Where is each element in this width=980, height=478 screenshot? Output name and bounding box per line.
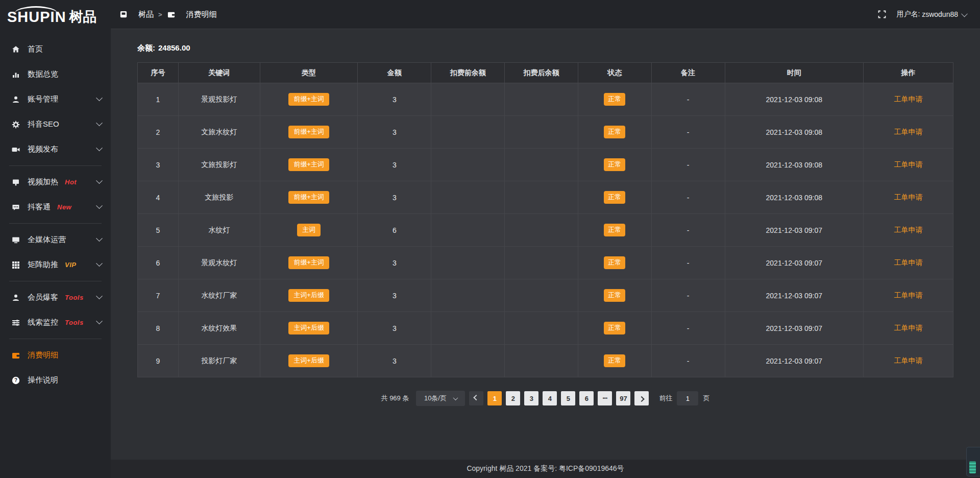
cell-balance-after [505, 279, 578, 312]
cell-action: 工单申请 [864, 83, 953, 116]
username: zswodun88 [922, 10, 958, 18]
sidebar-item-首页[interactable]: 首页 [0, 37, 111, 62]
cell-balance-after [505, 345, 578, 377]
cell-index: 7 [138, 279, 179, 312]
sidebar: SHUPIN 树品 首页数据总览账号管理抖音SEO视频发布视频加热Hot抖客通N… [0, 0, 111, 478]
table-row: 8水纹灯效果主词+后缀3正常-2021-12-03 09:07工单申请 [138, 312, 953, 345]
content: 余额:24856.00 序号关键词类型金额扣费前余额扣费后余额状态备注时间操作 … [111, 29, 980, 460]
cell-remark: - [651, 279, 725, 312]
table-row: 5水纹灯主词6正常-2021-12-03 09:07工单申请 [138, 214, 953, 247]
breadcrumb: 树品 > 消费明细 [119, 10, 217, 19]
ticket-request-link[interactable]: 工单申请 [894, 226, 923, 234]
goto-page-input[interactable]: 1 [677, 391, 698, 405]
cell-action: 工单申请 [864, 312, 953, 345]
cell-remark: - [651, 181, 725, 214]
cell-balance-before [431, 214, 505, 247]
monitor-icon [11, 235, 20, 244]
breadcrumb-item-current[interactable]: 消费明细 [167, 10, 217, 19]
screen-icon [11, 178, 20, 186]
sidebar-item-会员爆客[interactable]: 会员爆客Tools [0, 285, 111, 310]
cell-remark: - [651, 214, 725, 247]
page-button-5[interactable]: 5 [561, 391, 575, 405]
type-badge: 主词+后缀 [288, 289, 329, 302]
type-badge: 前缀+主词 [288, 126, 329, 138]
sidebar-item-label: 线索监控 [28, 318, 58, 327]
more-pages-button[interactable]: ••• [598, 391, 612, 405]
page-button-1[interactable]: 1 [487, 391, 502, 405]
cell-type: 主词 [260, 214, 358, 247]
username-label: 用户名: [896, 10, 920, 19]
logo[interactable]: SHUPIN 树品 [0, 0, 111, 30]
user-icon [11, 95, 20, 104]
cell-remark: - [651, 345, 725, 377]
sidebar-item-操作说明[interactable]: ?操作说明 [0, 368, 111, 393]
sidebar-divider [9, 339, 102, 339]
prev-page-button[interactable] [469, 391, 483, 405]
status-badge: 正常 [604, 256, 625, 269]
goto-label: 前往 [659, 394, 672, 403]
cell-amount: 3 [358, 181, 431, 214]
next-page-button[interactable] [634, 391, 649, 405]
cell-balance-after [505, 116, 578, 149]
ticket-request-link[interactable]: 工单申请 [894, 258, 923, 267]
cell-balance-after [505, 247, 578, 279]
sidebar-item-矩阵助推[interactable]: 矩阵助推VIP [0, 252, 111, 277]
sidebar-item-label: 数据总览 [28, 69, 58, 79]
chevron-down-icon [96, 145, 103, 151]
column-header: 状态 [578, 63, 651, 83]
sidebar-item-label: 抖音SEO [28, 119, 59, 129]
ticket-request-link[interactable]: 工单申请 [894, 324, 923, 332]
cell-keyword: 投影灯厂家 [178, 345, 260, 377]
page-button-4[interactable]: 4 [543, 391, 557, 405]
chevron-down-icon [96, 318, 103, 324]
column-header: 序号 [138, 63, 179, 83]
sidebar-item-视频发布[interactable]: 视频发布 [0, 137, 111, 162]
user-menu[interactable]: 用户名: zswodun88 [896, 10, 967, 19]
cell-type: 主词+后缀 [260, 312, 358, 345]
ticket-request-link[interactable]: 工单申请 [894, 95, 923, 103]
chat-widget[interactable] [966, 447, 980, 476]
cell-index: 8 [138, 312, 179, 345]
cell-amount: 3 [358, 83, 431, 116]
ticket-request-link[interactable]: 工单申请 [894, 128, 923, 136]
page-button-2[interactable]: 2 [506, 391, 520, 405]
breadcrumb-item-root[interactable]: 树品 [119, 10, 154, 19]
column-header: 扣费前余额 [431, 63, 505, 83]
ticket-request-link[interactable]: 工单申请 [894, 356, 923, 365]
sidebar-item-消费明细[interactable]: 消费明细 [0, 343, 111, 368]
ticket-request-link[interactable]: 工单申请 [894, 193, 923, 201]
sidebar-item-线索监控[interactable]: 线索监控Tools [0, 310, 111, 335]
page-button-6[interactable]: 6 [579, 391, 594, 405]
cell-keyword: 文旅投影灯 [178, 149, 260, 181]
cell-index: 3 [138, 149, 179, 181]
sidebar-item-抖音SEO[interactable]: 抖音SEO [0, 112, 111, 137]
fullscreen-icon[interactable] [878, 10, 886, 18]
sidebar-item-全媒体运营[interactable]: 全媒体运营 [0, 227, 111, 252]
cell-keyword: 景观水纹灯 [178, 247, 260, 279]
sidebar-item-账号管理[interactable]: 账号管理 [0, 87, 111, 112]
gear-icon [11, 120, 20, 129]
balance-value: 24856.00 [158, 43, 190, 52]
ticket-request-link[interactable]: 工单申请 [894, 160, 923, 169]
page-button-97[interactable]: 97 [616, 391, 630, 405]
cell-balance-before [431, 149, 505, 181]
cell-status: 正常 [578, 149, 651, 181]
cell-time: 2021-12-03 09:07 [725, 345, 864, 377]
cell-status: 正常 [578, 214, 651, 247]
cell-balance-after [505, 312, 578, 345]
cell-keyword: 文旅水纹灯 [178, 116, 260, 149]
column-header: 金额 [358, 63, 431, 83]
cell-status: 正常 [578, 181, 651, 214]
sidebar-item-视频加热[interactable]: 视频加热Hot [0, 170, 111, 195]
cell-type: 前缀+主词 [260, 83, 358, 116]
page-size-select[interactable]: 10条/页 [416, 391, 465, 406]
page-button-3[interactable]: 3 [524, 391, 538, 405]
sidebar-item-数据总览[interactable]: 数据总览 [0, 62, 111, 87]
ticket-request-link[interactable]: 工单申请 [894, 291, 923, 299]
logo-latin: SHUPIN [7, 10, 66, 25]
cell-keyword: 水纹灯厂家 [178, 279, 260, 312]
cell-balance-after [505, 83, 578, 116]
pagination: 共 969 条 10条/页 123456•••97 前往 1 页 [137, 391, 953, 406]
status-badge: 正常 [604, 126, 625, 138]
sidebar-item-抖客通[interactable]: 抖客通New [0, 195, 111, 220]
